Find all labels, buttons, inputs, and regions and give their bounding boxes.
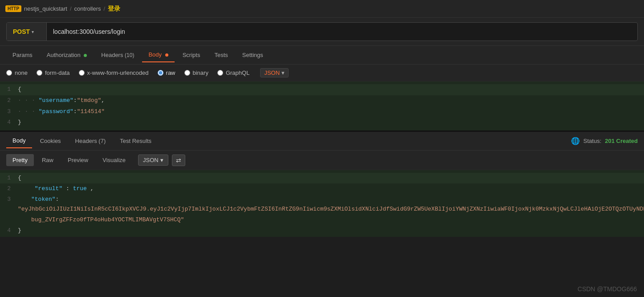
breadcrumb-part2[interactable]: controllers [74, 5, 101, 12]
tab-tests[interactable]: Tests [208, 48, 234, 62]
breadcrumb-part1[interactable]: nestjs_quickstart [24, 5, 67, 12]
response-format-row: Pretty Raw Preview Visualize JSON ▾ ⇄ [0, 151, 644, 170]
tab-params[interactable]: Params [6, 48, 39, 62]
radio-binary[interactable]: binary [184, 69, 208, 76]
response-json-selector[interactable]: JSON ▾ [138, 155, 168, 166]
radio-none[interactable]: none [6, 69, 28, 76]
response-line-4: 4 } [0, 225, 644, 236]
response-tabs-row: Body Cookies Headers (7) Test Results 🌐 … [0, 132, 644, 151]
headers-badge: (10) [125, 52, 134, 58]
format-preview[interactable]: Preview [61, 154, 94, 166]
url-bar-section: POST ▾ [0, 18, 644, 46]
editor-line-3: 3 · · · "password":"114514" [0, 106, 644, 118]
response-tab-test-results[interactable]: Test Results [114, 134, 158, 148]
chevron-down-icon: ▾ [32, 29, 34, 34]
editor-line-1: 1 { [0, 84, 644, 95]
tab-headers[interactable]: Headers (10) [95, 48, 140, 62]
http-badge: HTTP [5, 5, 21, 12]
breadcrumb-active: 登录 [108, 5, 120, 13]
json-type-selector[interactable]: JSON ▾ [260, 68, 289, 77]
response-line-1: 1 { [0, 173, 644, 183]
breadcrumb-sep1: / [70, 5, 72, 12]
authorization-dot [84, 54, 87, 57]
globe-icon: 🌐 [571, 137, 580, 145]
format-pretty[interactable]: Pretty [6, 154, 34, 166]
format-visualize[interactable]: Visualize [96, 154, 132, 166]
radio-graphql[interactable]: GraphQL [217, 69, 249, 76]
status-code: 201 Created [605, 138, 638, 144]
status-area: 🌐 Status: 201 Created [571, 137, 638, 145]
response-tab-body[interactable]: Body [6, 134, 32, 148]
response-line-2: 2 "result" : true , [0, 183, 644, 194]
request-tabs-row: Params Authorization Headers (10) Body S… [0, 46, 644, 65]
tab-settings[interactable]: Settings [236, 48, 269, 62]
breadcrumb-sep2: / [104, 5, 106, 12]
tab-authorization[interactable]: Authorization [41, 48, 94, 62]
tab-body[interactable]: Body [142, 48, 174, 62]
body-type-row: none form-data x-www-form-urlencoded raw… [0, 65, 644, 81]
url-input[interactable] [47, 28, 637, 35]
url-bar: POST ▾ [6, 22, 638, 41]
response-tab-headers[interactable]: Headers (7) [69, 134, 112, 148]
request-body-editor[interactable]: 1 { 2 · · · "username":"tmdog", 3 · · · … [0, 81, 644, 130]
method-selector[interactable]: POST ▾ [7, 23, 47, 41]
editor-line-2: 2 · · · "username":"tmdog", [0, 95, 644, 106]
response-tab-cookies[interactable]: Cookies [34, 134, 67, 148]
format-raw[interactable]: Raw [36, 154, 60, 166]
json-chevron-icon: ▾ [281, 69, 285, 76]
response-json-chevron-icon: ▾ [160, 157, 163, 163]
response-body-editor: 1 { 2 "result" : true , 3 "token" : "eyJ… [0, 170, 644, 237]
wrap-button[interactable]: ⇄ [172, 155, 185, 166]
radio-urlencoded[interactable]: x-www-form-urlencoded [79, 69, 149, 76]
breadcrumb-bar: HTTP nestjs_quickstart / controllers / 登… [0, 0, 644, 18]
response-line-3b: bug_ZVIrgZFFzo0fTP4oHub4YOCTMLIMBAVgtV7S… [0, 215, 644, 225]
radio-formdata[interactable]: form-data [37, 69, 70, 76]
method-label: POST [13, 28, 30, 35]
wrap-icon: ⇄ [176, 157, 181, 164]
tab-scripts[interactable]: Scripts [176, 48, 207, 62]
radio-raw[interactable]: raw [158, 69, 175, 76]
status-label: Status: [583, 138, 601, 144]
watermark: CSDN @TMDOG666 [578, 285, 637, 293]
response-line-3: 3 "token" : "eyJhbGciOiJIUzI1NiIsInR5cCI… [0, 194, 644, 215]
editor-line-4: 4 } [0, 117, 644, 128]
body-dot [165, 53, 168, 57]
